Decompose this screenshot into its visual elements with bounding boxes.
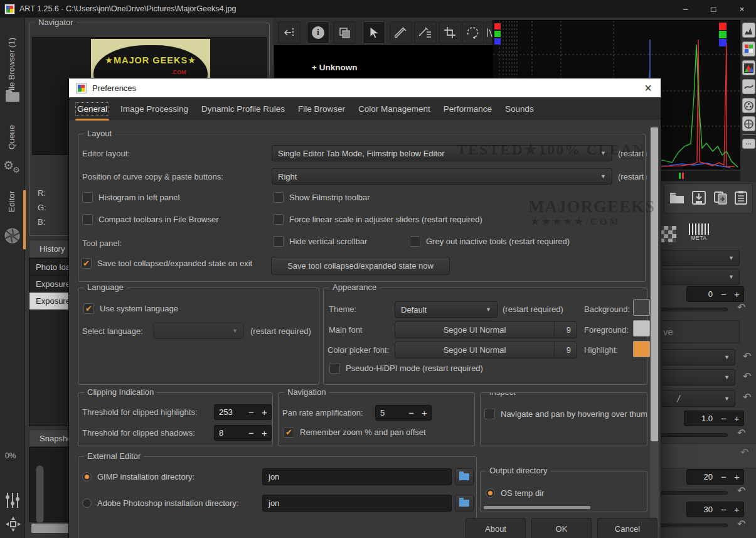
tool-dropdown-1[interactable]: ▼ [658, 250, 740, 266]
tool-dropdown-3[interactable]: ▼ [658, 349, 735, 365]
photoshop-directory-field[interactable]: jon [262, 495, 452, 512]
checkbox-navigate-hover[interactable]: Navigate and pan by hovering over thumbn… [484, 409, 647, 419]
pan-rate-spinner[interactable]: 5−+ [375, 405, 432, 421]
tool-slider-2[interactable] [658, 433, 728, 437]
vertical-zoom-slider[interactable] [36, 465, 44, 524]
curve-editor-bar[interactable]: ve [658, 320, 740, 343]
reset-icon[interactable]: ↶ [737, 428, 745, 438]
tab-exposure-checkered-icon[interactable] [660, 226, 676, 242]
tab-file-browser[interactable]: File Browser [297, 103, 346, 115]
rotate-tool-button[interactable] [462, 21, 484, 44]
ok-button[interactable]: OK [531, 518, 592, 538]
reset-icon[interactable]: ↶ [737, 303, 745, 313]
crop-tool-button[interactable] [439, 21, 461, 44]
gimp-directory-field[interactable]: jon [262, 468, 452, 485]
paste-profile-button[interactable] [734, 190, 748, 207]
checkbox-hide-vertical-scrollbar[interactable]: Hide vertical scrollbar [273, 236, 367, 247]
checkbox-force-linear-scale[interactable]: Force linear scale in adjuster sliders (… [273, 214, 482, 225]
dialog-scrollbar[interactable] [650, 126, 659, 538]
checkbox-histogram-left-panel[interactable]: Histogram in left panel [82, 192, 179, 203]
editor-layout-dropdown[interactable]: Single Editor Tab Mode, Filmstrip below … [272, 145, 612, 161]
dialog-scrollbar-thumb[interactable] [651, 127, 658, 441]
tool-spinner-1[interactable]: 0−+ [686, 286, 744, 302]
checkbox-compact-toolbars[interactable]: Compact toolbars in File Browser [82, 214, 218, 225]
tool-spinner-4[interactable]: 30−+ [686, 502, 744, 517]
clipped-highlights-spinner[interactable]: 253−+ [214, 404, 272, 420]
about-button[interactable]: About [466, 518, 526, 538]
info-button[interactable]: i [307, 21, 329, 44]
tool-slider-3[interactable] [658, 491, 728, 495]
dialog-close-icon[interactable]: × [636, 78, 661, 97]
tool-section-header[interactable]: ↶ [656, 443, 756, 468]
curve-buttons-position-dropdown[interactable]: Right▼ [272, 168, 612, 185]
select-language-dropdown[interactable]: ▼ [153, 323, 244, 339]
checkbox-remember-zoom[interactable]: ✔Remember zoom % and pan offset [284, 427, 426, 438]
output-group-scrollbar[interactable] [484, 506, 590, 509]
open-profile-button[interactable] [669, 191, 685, 207]
color-mode-button[interactable] [742, 60, 755, 75]
tool-dropdown-4[interactable]: ▼ [658, 369, 735, 385]
color-picker-tool-button[interactable] [390, 21, 412, 44]
color-picker-list-tool-button[interactable] [414, 21, 437, 44]
radio-gimp-directory[interactable]: GIMP installation directory: [82, 472, 194, 482]
tool-spinner-2[interactable]: 1.0−+ [684, 411, 744, 426]
tool-slider-4[interactable] [658, 524, 728, 527]
reset-icon[interactable]: ↶ [743, 372, 751, 382]
color-picker-font-button[interactable]: Segoe UI Normal 9 [395, 342, 577, 358]
maximize-button[interactable]: □ [700, 0, 728, 18]
radio-photoshop-directory[interactable]: Adobe Photoshop installation directory: [82, 498, 238, 508]
tab-general[interactable]: General [76, 103, 109, 115]
reset-icon[interactable]: ↶ [737, 486, 745, 496]
main-font-button[interactable]: Segoe UI Normal 9 [395, 321, 577, 338]
tool-dropdown-2[interactable]: ▼ [658, 269, 740, 285]
reset-icon[interactable]: ↶ [740, 448, 748, 458]
tab-sounds[interactable]: Sounds [504, 103, 535, 115]
tab-dynamic-profile-rules[interactable]: Dynamic Profile Rules [200, 103, 286, 115]
tool-spinner-3[interactable]: 20−+ [686, 469, 744, 485]
reset-icon[interactable]: ↶ [743, 352, 751, 362]
raw-histogram-button[interactable] [742, 98, 755, 113]
copy-button[interactable] [333, 21, 356, 44]
rgb-channels-button[interactable] [742, 41, 755, 56]
highlight-color-swatch[interactable] [633, 341, 650, 357]
clipped-shadows-spinner[interactable]: 8−+ [214, 425, 272, 441]
reset-icon[interactable]: ↶ [737, 519, 745, 529]
histogram-mode-button[interactable] [742, 23, 755, 38]
bar-scale-button[interactable] [742, 116, 755, 131]
color-picker-font-label: Color picker font: [327, 345, 389, 355]
dock-panel-button[interactable] [278, 21, 301, 44]
tab-performance[interactable]: Performance [442, 103, 493, 115]
minimize-button[interactable]: – [671, 0, 700, 18]
mixer-sliders-icon[interactable] [5, 492, 20, 511]
theme-dropdown[interactable]: Default▼ [395, 301, 498, 318]
luma-curve-button[interactable] [742, 79, 755, 94]
sidebar-tab-file-browser[interactable]: File Browser (1) [7, 38, 16, 95]
sidebar-tab-queue[interactable]: Queue [7, 125, 16, 149]
cancel-button[interactable]: Cancel [597, 518, 658, 538]
curve-type-dropdown[interactable]: ∕ ▼ [658, 390, 735, 407]
pointer-tool-button[interactable] [363, 21, 385, 44]
gimp-browse-button[interactable] [455, 468, 474, 485]
background-color-swatch[interactable] [633, 299, 650, 316]
tool-slider-1[interactable] [658, 308, 728, 311]
tab-color-management[interactable]: Color Management [357, 103, 432, 115]
radio-os-temp-dir[interactable]: OS temp dir [486, 488, 544, 498]
foreground-color-swatch[interactable] [633, 320, 650, 336]
tab-metadata[interactable]: META [685, 223, 713, 241]
histogram-more-button[interactable]: ••• [742, 139, 755, 149]
tab-image-processing[interactable]: Image Processing [119, 103, 189, 115]
checkbox-pseudo-hidpi[interactable]: Pseudo-HiDPI mode (restart required) [329, 363, 483, 374]
close-button[interactable]: × [728, 0, 756, 18]
save-profile-button[interactable] [691, 190, 706, 207]
sidebar-tab-editor[interactable]: Editor [7, 191, 16, 212]
radio-label: GIMP installation directory: [97, 472, 194, 482]
pan-move-icon[interactable] [5, 516, 21, 534]
checkbox-show-filmstrip-toolbar[interactable]: Show Filmstrip toolbar [273, 192, 370, 203]
checkbox-grey-out-inactive[interactable]: Grey out inactive tools (restart require… [410, 236, 570, 247]
checkbox-save-tool-state[interactable]: ✔Save tool collapsed/expanded state on e… [81, 258, 252, 269]
checkbox-use-system-language[interactable]: ✔Use system language [83, 303, 178, 314]
save-tool-state-now-button[interactable]: Save tool collapsed/expanded state now [271, 257, 450, 275]
reset-icon[interactable]: ↶ [743, 392, 751, 402]
photoshop-browse-button[interactable] [455, 495, 474, 512]
copy-profile-button[interactable] [713, 190, 728, 207]
